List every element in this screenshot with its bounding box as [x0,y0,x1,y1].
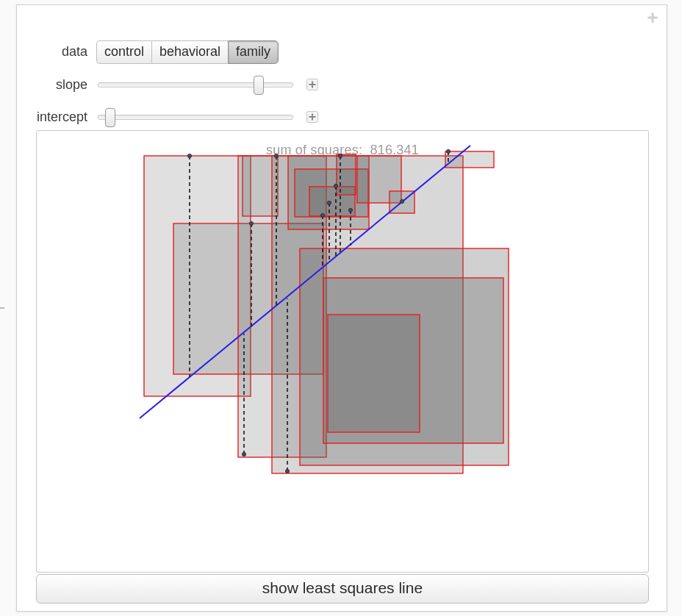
intercept-expand-icon[interactable] [306,111,318,123]
data-button-group: controlbehavioralfamily [96,40,279,62]
svg-point-40 [285,469,289,473]
svg-point-39 [274,154,278,157]
data-option-control[interactable]: control [96,40,151,64]
svg-point-44 [338,154,342,157]
svg-rect-16 [337,154,356,195]
slope-slider[interactable] [96,76,295,93]
svg-rect-1 [647,17,658,19]
intercept-row: intercept [17,108,318,126]
intercept-slider[interactable] [96,108,295,126]
plot-svg [37,131,648,572]
svg-point-43 [334,184,337,187]
svg-point-36 [187,154,191,157]
data-option-behavioral[interactable]: behavioral [151,40,228,64]
svg-point-45 [348,208,352,212]
svg-point-41 [320,213,324,217]
svg-point-47 [446,149,450,153]
svg-point-46 [400,199,403,203]
svg-point-38 [242,452,245,456]
data-selector-row: data controlbehavioralfamily [17,40,279,62]
panel-options-icon[interactable] [646,11,659,24]
svg-point-42 [327,201,331,204]
edge-tick [0,307,4,309]
slider-thumb[interactable] [105,108,115,127]
data-option-family[interactable]: family [228,40,279,64]
svg-rect-4 [309,84,316,85]
plot-area: sum of squares: 816.341 [36,130,649,573]
slider-thumb[interactable] [254,76,264,95]
svg-rect-7 [309,116,316,118]
slope-expand-icon[interactable] [306,79,318,90]
demonstration-panel: data controlbehavioralfamily slope inter… [16,4,667,612]
intercept-label: intercept [17,110,87,125]
svg-point-37 [249,221,253,225]
svg-rect-19 [328,315,420,432]
show-least-squares-button[interactable]: show least squares line [36,574,649,604]
slope-row: slope [17,76,318,93]
data-label: data [17,44,87,60]
slope-label: slope [17,77,87,93]
slider-track [98,115,293,120]
